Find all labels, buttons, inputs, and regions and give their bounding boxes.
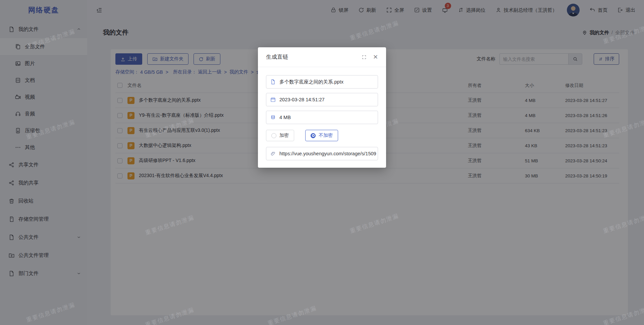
dialog-close-icon[interactable]: ✕ (373, 54, 378, 60)
app-window: 网络硬盘 我的文件 全部文件 图片 文档 视频 音频 压缩包 (0, 0, 644, 325)
no-encrypt-radio[interactable]: 不加密 (305, 130, 338, 141)
calendar-icon (270, 97, 276, 102)
file-icon (270, 79, 276, 85)
generate-direct-link-dialog: 生成直链 ✕ 多个数字底座之间的关系.pptx 2023-03-28 14:51… (258, 47, 386, 168)
paperclip-icon (270, 151, 276, 156)
link-datetime-value: 2023-03-28 14:51:27 (279, 97, 325, 102)
link-filename-value: 多个数字底座之间的关系.pptx (279, 79, 343, 85)
encrypt-radio[interactable]: 加密 (266, 130, 294, 141)
database-icon (270, 115, 276, 120)
link-size-field[interactable]: 4 MB (266, 111, 378, 124)
direct-link-value: https://vue.youshengyun.com/storage/s/15… (279, 151, 376, 156)
no-encrypt-label: 不加密 (319, 132, 333, 139)
link-filename-field[interactable]: 多个数字底座之间的关系.pptx (266, 75, 378, 89)
dialog-fullscreen-icon[interactable] (362, 55, 366, 59)
dialog-title: 生成直链 (266, 53, 288, 61)
radio-selected-icon (311, 133, 316, 138)
direct-link-field[interactable]: https://vue.youshengyun.com/storage/s/15… (266, 147, 378, 160)
link-datetime-field[interactable]: 2023-03-28 14:51:27 (266, 93, 378, 106)
link-size-value: 4 MB (279, 115, 291, 120)
encryption-options: 加密 不加密 (266, 130, 378, 141)
encrypt-label: 加密 (279, 132, 289, 139)
radio-unselected-icon (271, 133, 276, 138)
